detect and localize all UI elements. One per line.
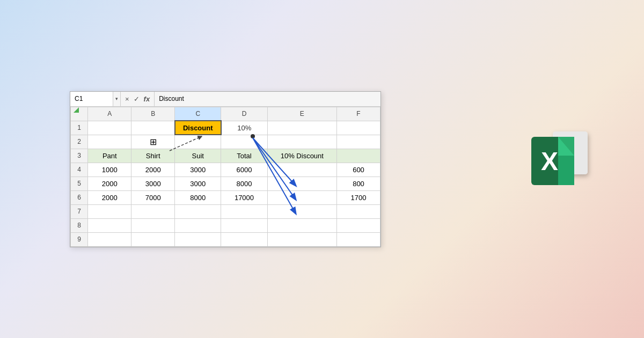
cell-b3[interactable]: Shirt — [131, 149, 175, 163]
cell-e4[interactable] — [267, 163, 336, 177]
cell-f5[interactable]: 800 — [337, 177, 380, 190]
cell-a8[interactable] — [88, 218, 131, 232]
formula-bar: C1 ▾ × ✓ fx Discount — [70, 92, 380, 107]
calendar-icon: ⊞ — [150, 137, 157, 147]
cell-f9[interactable] — [337, 232, 380, 246]
column-headers-row: A B C D E F — [71, 107, 380, 121]
cell-a2[interactable] — [88, 135, 131, 149]
table-row: 1 Discount 10% — [71, 121, 380, 135]
cell-b7[interactable] — [131, 204, 175, 218]
cell-b2[interactable]: ⊞ — [131, 135, 175, 149]
cell-e1[interactable] — [267, 121, 336, 135]
cell-a6[interactable]: 2000 — [88, 190, 131, 204]
cell-b4[interactable]: 2000 — [131, 163, 175, 177]
cell-e2[interactable] — [267, 135, 336, 149]
col-header-f[interactable]: F — [337, 107, 380, 121]
fx-icon[interactable]: fx — [143, 95, 151, 103]
cell-ref-dropdown[interactable]: ▾ — [113, 92, 121, 106]
cell-d5[interactable]: 8000 — [221, 177, 267, 190]
excel-icon: X — [526, 126, 596, 196]
formula-input[interactable]: Discount — [155, 95, 380, 102]
cell-f7[interactable] — [337, 204, 380, 218]
row-num-4: 4 — [71, 163, 88, 177]
confirm-icon[interactable]: ✓ — [133, 95, 141, 103]
cell-e5[interactable] — [267, 177, 336, 190]
spreadsheet-table: A B C D E F 1 Discount 10% — [70, 107, 380, 247]
cell-c5[interactable]: 3000 — [175, 177, 221, 190]
cell-ref-value: C1 — [75, 95, 83, 102]
cell-a4[interactable]: 1000 — [88, 163, 131, 177]
cell-f3[interactable] — [337, 149, 380, 163]
cell-f8[interactable] — [337, 218, 380, 232]
cell-e6[interactable] — [267, 190, 336, 204]
formula-icons-group: × ✓ fx — [121, 92, 155, 106]
cell-b1[interactable] — [131, 121, 175, 135]
cell-d7[interactable] — [221, 204, 267, 218]
row-num-7: 7 — [71, 204, 88, 218]
cell-b5[interactable]: 3000 — [131, 177, 175, 190]
row-num-1: 1 — [71, 121, 88, 135]
cell-d2[interactable] — [221, 135, 267, 149]
corner-cell — [71, 107, 88, 121]
cell-c8[interactable] — [175, 218, 221, 232]
col-header-e[interactable]: E — [267, 107, 336, 121]
grid-area: A B C D E F 1 Discount 10% — [70, 107, 380, 247]
table-row: 6 2000 7000 8000 17000 1700 — [71, 190, 380, 204]
col-header-b[interactable]: B — [131, 107, 175, 121]
col-header-a[interactable]: A — [88, 107, 131, 121]
cancel-icon[interactable]: × — [124, 95, 130, 103]
cell-d8[interactable] — [221, 218, 267, 232]
table-row: 2 ⊞ — [71, 135, 380, 149]
cell-e9[interactable] — [267, 232, 336, 246]
cell-a5[interactable]: 2000 — [88, 177, 131, 190]
cell-f2[interactable] — [337, 135, 380, 149]
cell-b6[interactable]: 7000 — [131, 190, 175, 204]
row-num-8: 8 — [71, 218, 88, 232]
row-num-3: 3 — [71, 149, 88, 163]
cell-e7[interactable] — [267, 204, 336, 218]
table-row: 8 — [71, 218, 380, 232]
cell-reference-box[interactable]: C1 — [70, 92, 113, 106]
cell-d6[interactable]: 17000 — [221, 190, 267, 204]
row-num-2: 2 — [71, 135, 88, 149]
row-num-5: 5 — [71, 177, 88, 190]
row-num-9: 9 — [71, 232, 88, 246]
table-row: 7 — [71, 204, 380, 218]
spreadsheet-window: C1 ▾ × ✓ fx Discount — [70, 91, 381, 247]
cell-e3[interactable]: 10% Discount — [267, 149, 336, 163]
cell-c6[interactable]: 8000 — [175, 190, 221, 204]
cell-b8[interactable] — [131, 218, 175, 232]
excel-x-letter: X — [541, 147, 558, 175]
excel-icon-container: X — [526, 126, 612, 212]
table-row: 4 1000 2000 3000 6000 600 — [71, 163, 380, 177]
cell-c9[interactable] — [175, 232, 221, 246]
cell-a1[interactable] — [88, 121, 131, 135]
cell-c7[interactable] — [175, 204, 221, 218]
cell-d1[interactable]: 10% — [221, 121, 267, 135]
cell-c3[interactable]: Suit — [175, 149, 221, 163]
cell-d4[interactable]: 6000 — [221, 163, 267, 177]
cell-d3[interactable]: Total — [221, 149, 267, 163]
cell-b9[interactable] — [131, 232, 175, 246]
cell-c1[interactable]: Discount — [175, 121, 221, 135]
cell-c2[interactable] — [175, 135, 221, 149]
cell-f4[interactable]: 600 — [337, 163, 380, 177]
cell-f6[interactable]: 1700 — [337, 190, 380, 204]
cell-f1[interactable] — [337, 121, 380, 135]
table-row: 9 — [71, 232, 380, 246]
table-row: 3 Pant Shirt Suit Total 10% Discount — [71, 149, 380, 163]
cell-e8[interactable] — [267, 218, 336, 232]
col-header-c[interactable]: C — [175, 107, 221, 121]
cell-d9[interactable] — [221, 232, 267, 246]
cell-a3[interactable]: Pant — [88, 149, 131, 163]
cell-c4[interactable]: 3000 — [175, 163, 221, 177]
formula-text: Discount — [159, 95, 184, 102]
table-row: 5 2000 3000 3000 8000 800 — [71, 177, 380, 190]
row-num-6: 6 — [71, 190, 88, 204]
col-header-d[interactable]: D — [221, 107, 267, 121]
cell-a9[interactable] — [88, 232, 131, 246]
cell-a7[interactable] — [88, 204, 131, 218]
